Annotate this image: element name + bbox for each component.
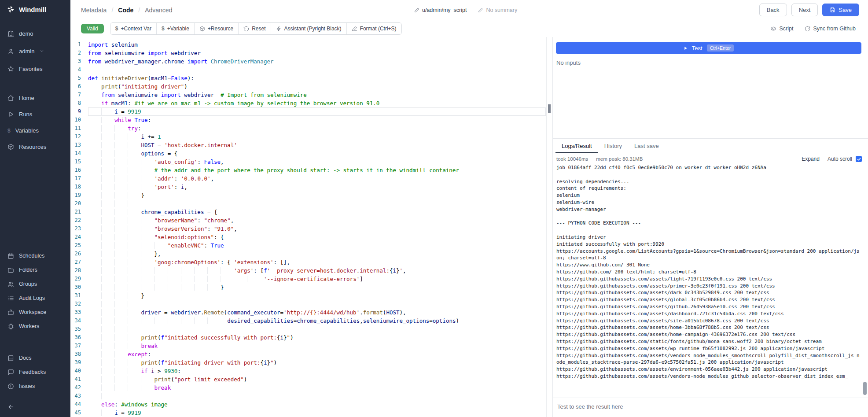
sidebar-item-workspace-settings[interactable]: Workspace: [0, 305, 70, 319]
code-line[interactable]: 36 print(f"initiated successfully with p…: [70, 333, 552, 342]
code-line[interactable]: 23 "browserVersion": "91.0",: [70, 225, 552, 233]
log-output[interactable]: job 01864aff-22dd-cf40-f0c5-0ec8e9b50c70…: [556, 164, 861, 398]
tab-advanced[interactable]: Advanced: [145, 7, 172, 14]
code-line[interactable]: 16 # the addr and the port where the pro…: [70, 166, 552, 174]
briefcase-icon: [7, 309, 14, 316]
sidebar-top-nav: demo admin Favorites: [0, 25, 70, 77]
code-line[interactable]: 43: [70, 392, 552, 400]
code-line[interactable]: 39 print(f"initiating driver with port:{…: [70, 358, 552, 367]
sidebar-item-label: Docs: [19, 355, 31, 361]
assistant-button[interactable]: Assistant (Pyright Black): [271, 23, 346, 34]
logs-container: job 01864aff-22dd-cf40-f0c5-0ec8e9b50c70…: [553, 164, 868, 398]
code-line[interactable]: 24 "selenoid:options": {: [70, 233, 552, 241]
code-line[interactable]: 22 "browserName": "chrome",: [70, 216, 552, 225]
add-resource-button[interactable]: +Resource: [194, 23, 238, 34]
tab-metadata[interactable]: Metadata: [81, 7, 107, 14]
code-line[interactable]: 15 'auto_config': False,: [70, 158, 552, 166]
sidebar-item-resources[interactable]: Resources: [0, 139, 70, 155]
code-line[interactable]: 21 chrome_capabilities = {: [70, 208, 552, 216]
code-line[interactable]: 40 if i > 9930:: [70, 367, 552, 375]
code-line[interactable]: 42 break: [70, 384, 552, 392]
code-line[interactable]: 18 'port': i,: [70, 183, 552, 191]
code-line[interactable]: 44 else: #windows image: [70, 400, 552, 409]
code-line[interactable]: 13 HOST = 'host.docker.internal': [70, 141, 552, 149]
code-line[interactable]: 45 i = 9919: [70, 409, 552, 417]
code-line[interactable]: 11 try:: [70, 124, 552, 133]
code-line[interactable]: 33 driver = webdriver.Remote(command_exe…: [70, 308, 552, 317]
code-line[interactable]: 26 },: [70, 250, 552, 258]
sidebar-item-favorites[interactable]: Favorites: [0, 60, 70, 77]
code-line[interactable]: 6 print("initiating driver"): [70, 82, 552, 91]
button-label: +Resource: [208, 26, 233, 32]
sidebar-item-workspace-demo[interactable]: demo: [0, 25, 70, 42]
line-number: 34: [70, 317, 88, 325]
sidebar-item-user-admin[interactable]: admin: [0, 42, 70, 60]
code-line[interactable]: 14 options = {: [70, 149, 552, 158]
code-line[interactable]: 17 'addr': '0.0.0.0',: [70, 174, 552, 183]
code-line[interactable]: 29 '--ignore-certificate-errors']: [70, 275, 552, 283]
logs-scrollbar-thumb[interactable]: [863, 382, 867, 395]
code-line[interactable]: 2from seleniumwire import webdriver: [70, 49, 552, 57]
tab-history[interactable]: History: [598, 139, 628, 153]
code-line[interactable]: 38 except:: [70, 350, 552, 358]
auto-scroll-checkbox[interactable]: [856, 156, 862, 162]
code-line[interactable]: 3from webdriver_manager.chrome import Ch…: [70, 57, 552, 66]
code-line[interactable]: 25 "enableVNC": True: [70, 241, 552, 250]
add-context-var-button[interactable]: $ +Context Var: [110, 23, 156, 34]
code-line[interactable]: 27 'goog:chromeOptions': { 'extensions':…: [70, 258, 552, 266]
tab-code[interactable]: Code: [118, 7, 133, 14]
sidebar-item-variables[interactable]: $ Variables: [0, 122, 70, 139]
add-variable-button[interactable]: $ +Variable: [156, 23, 194, 34]
sidebar-item-schedules[interactable]: Schedules: [0, 249, 70, 263]
format-button[interactable]: Format (Ctrl+S): [346, 23, 401, 34]
code-line[interactable]: 12 i += 1: [70, 133, 552, 141]
sidebar-item-folders[interactable]: Folders: [0, 263, 70, 277]
home-icon: [7, 95, 14, 101]
code-line[interactable]: 41 print("port limit exceeded"): [70, 375, 552, 384]
code-line[interactable]: 30 }: [70, 283, 552, 292]
sidebar-item-runs[interactable]: Runs: [0, 106, 70, 122]
sync-from-github-button[interactable]: Sync from Github: [805, 26, 856, 32]
sidebar-item-workers[interactable]: Workers: [0, 319, 70, 333]
save-button[interactable]: Save: [822, 4, 859, 16]
sidebar-item-issues[interactable]: Issues: [0, 379, 70, 393]
summary-edit[interactable]: No summary: [478, 7, 517, 13]
test-button[interactable]: Test Ctrl+Enter: [556, 42, 861, 54]
code-line[interactable]: 19 }: [70, 191, 552, 199]
tab-logs-result[interactable]: Logs/Result: [555, 139, 598, 153]
back-button[interactable]: Back: [759, 4, 787, 16]
next-button[interactable]: Next: [791, 4, 818, 16]
sidebar-collapse-button[interactable]: [0, 397, 70, 417]
editor-scrollbar[interactable]: [546, 37, 552, 417]
result-tabs: Logs/Result History Last save: [553, 138, 868, 153]
expand-button[interactable]: Expand: [802, 156, 820, 162]
sidebar-item-docs[interactable]: Docs: [0, 351, 70, 365]
code-editor[interactable]: 1import selenium2from seleniumwire impor…: [70, 37, 552, 417]
tab-last-save[interactable]: Last save: [628, 139, 665, 153]
sidebar-item-home[interactable]: Home: [0, 90, 70, 106]
code-line[interactable]: 37 break: [70, 342, 552, 350]
line-number: 13: [70, 141, 88, 149]
code-line[interactable]: 32: [70, 300, 552, 308]
line-number: 24: [70, 233, 88, 241]
reset-button[interactable]: Reset: [238, 23, 270, 34]
code-line[interactable]: 8 if macM1: #if we are on mac m1 -> cust…: [70, 99, 552, 107]
sidebar-item-feedbacks[interactable]: Feedbacks: [0, 365, 70, 379]
code-line[interactable]: 1import selenium: [70, 41, 552, 49]
code-line[interactable]: 4: [70, 66, 552, 74]
sidebar-item-groups[interactable]: Groups: [0, 277, 70, 291]
script-path-edit[interactable]: u/admin/my_script: [414, 7, 467, 13]
code-line[interactable]: 7 from seleniumwire import webdriver # I…: [70, 91, 552, 99]
script-preview-button[interactable]: Script: [770, 26, 793, 32]
code-line[interactable]: 9 i = 9919: [70, 107, 552, 116]
code-line[interactable]: 35: [70, 325, 552, 333]
sidebar-item-label: Workers: [19, 323, 39, 329]
code-line[interactable]: 28 'args': [f'--proxy-server=host.docker…: [70, 266, 552, 275]
code-line[interactable]: 5def initiateDriver(macM1=False):: [70, 74, 552, 82]
code-line[interactable]: 10 while True:: [70, 116, 552, 124]
code-line[interactable]: 34 desired_capabilities=chrome_capabilit…: [70, 317, 552, 325]
code-line[interactable]: 31 }: [70, 292, 552, 300]
code-line[interactable]: 20: [70, 199, 552, 208]
sidebar-item-audit-logs[interactable]: Audit Logs: [0, 291, 70, 305]
app-logo[interactable]: Windmill: [0, 0, 70, 18]
